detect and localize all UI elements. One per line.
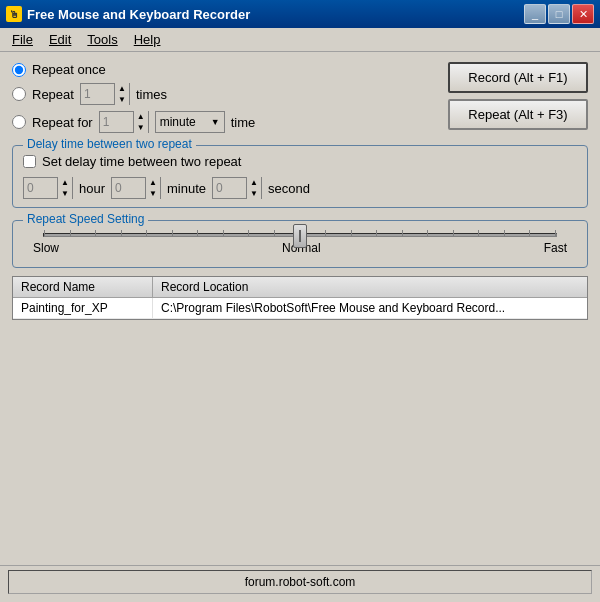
header-name: Record Name (13, 277, 153, 297)
second-arrows: ▲ ▼ (246, 177, 261, 199)
hour-spinbox: ▲ ▼ (23, 177, 73, 199)
second-down[interactable]: ▼ (247, 188, 261, 199)
times-label: times (136, 87, 167, 102)
menu-bar: File Edit Tools Help (0, 28, 600, 52)
repeat-times-radio[interactable] (12, 87, 26, 101)
window-title: Free Mouse and Keyboard Recorder (27, 7, 524, 22)
delay-checkbox-label: Set delay time between two repeat (42, 154, 241, 169)
repeat-times-down[interactable]: ▼ (115, 94, 129, 105)
repeat-times-up[interactable]: ▲ (115, 83, 129, 94)
repeat-for-radio[interactable] (12, 115, 26, 129)
menu-edit[interactable]: Edit (43, 30, 77, 49)
repeat-for-input[interactable] (100, 115, 133, 129)
delay-checkbox[interactable] (23, 155, 36, 168)
repeat-for-arrows: ▲ ▼ (133, 111, 148, 133)
buttons-panel: Record (Alt + F1) Repeat (Alt + F3) (448, 62, 588, 133)
menu-tools[interactable]: Tools (81, 30, 123, 49)
row-name: Painting_for_XP (13, 298, 153, 318)
hour-input[interactable] (24, 181, 57, 195)
time-row: ▲ ▼ hour ▲ ▼ minute (23, 177, 577, 199)
hour-arrows: ▲ ▼ (57, 177, 72, 199)
main-panel: Repeat once Repeat ▲ ▼ times (0, 52, 600, 330)
menu-help[interactable]: Help (128, 30, 167, 49)
repeat-times-input[interactable] (81, 87, 114, 101)
slider-section: Slow Normal Fast (23, 229, 577, 259)
hour-down[interactable]: ▼ (58, 188, 72, 199)
row-location: C:\Program Files\RobotSoft\Free Mouse an… (153, 298, 587, 318)
status-bar-text: forum.robot-soft.com (8, 570, 592, 594)
app-icon: 🖱 (6, 6, 22, 22)
delay-group-title: Delay time between two repeat (23, 137, 196, 151)
minute-down[interactable]: ▼ (146, 188, 160, 199)
repeat-for-row: Repeat for ▲ ▼ minute ▼ time (12, 111, 438, 133)
repeat-for-down[interactable]: ▼ (134, 122, 148, 133)
slow-label: Slow (33, 241, 59, 255)
top-section: Repeat once Repeat ▲ ▼ times (12, 62, 588, 133)
slider-thumb-line (299, 230, 301, 242)
minute-dropdown-text: minute (160, 115, 207, 129)
second-up[interactable]: ▲ (247, 177, 261, 188)
minute-label: minute (167, 181, 206, 196)
repeat-button[interactable]: Repeat (Alt + F3) (448, 99, 588, 130)
slider-thumb[interactable] (293, 224, 307, 248)
repeat-times-row: Repeat ▲ ▼ times (12, 83, 438, 105)
hour-up[interactable]: ▲ (58, 177, 72, 188)
minimize-button[interactable]: _ (524, 4, 546, 24)
title-bar: 🖱 Free Mouse and Keyboard Recorder _ □ ✕ (0, 0, 600, 28)
delay-group: Delay time between two repeat Set delay … (12, 145, 588, 208)
table-header: Record Name Record Location (13, 277, 587, 298)
slider-thumb-wrap (293, 224, 307, 248)
speed-group: Repeat Speed Setting (12, 220, 588, 268)
repeat-label: Repeat (32, 87, 74, 102)
time-label: time (231, 115, 256, 130)
delay-inner: Set delay time between two repeat ▲ ▼ ho… (23, 154, 577, 199)
slider-track-container (23, 233, 577, 237)
minute-input[interactable] (112, 181, 145, 195)
window-controls: _ □ ✕ (524, 4, 594, 24)
repeat-once-label: Repeat once (32, 62, 106, 77)
slider-track (43, 233, 557, 237)
menu-file[interactable]: File (6, 30, 39, 49)
record-button[interactable]: Record (Alt + F1) (448, 62, 588, 93)
status-bar: forum.robot-soft.com (0, 565, 600, 598)
close-button[interactable]: ✕ (572, 4, 594, 24)
repeat-for-up[interactable]: ▲ (134, 111, 148, 122)
hour-label: hour (79, 181, 105, 196)
minute-up[interactable]: ▲ (146, 177, 160, 188)
repeat-once-radio[interactable] (12, 63, 26, 77)
second-spinbox: ▲ ▼ (212, 177, 262, 199)
second-input[interactable] (213, 181, 246, 195)
minute-spinbox: ▲ ▼ (111, 177, 161, 199)
minute-dropdown[interactable]: minute ▼ (155, 111, 225, 133)
repeat-times-spinbox: ▲ ▼ (80, 83, 130, 105)
repeat-for-spinbox: ▲ ▼ (99, 111, 149, 133)
records-table: Record Name Record Location Painting_for… (12, 276, 588, 320)
repeat-times-arrows: ▲ ▼ (114, 83, 129, 105)
repeat-once-row: Repeat once (12, 62, 438, 77)
maximize-button[interactable]: □ (548, 4, 570, 24)
content-area: Repeat once Repeat ▲ ▼ times (0, 52, 600, 598)
second-label: second (268, 181, 310, 196)
header-location: Record Location (153, 277, 587, 297)
speed-group-title: Repeat Speed Setting (23, 212, 148, 226)
table-row[interactable]: Painting_for_XP C:\Program Files\RobotSo… (13, 298, 587, 319)
fast-label: Fast (544, 241, 567, 255)
chevron-down-icon: ▼ (211, 117, 220, 127)
delay-checkbox-row: Set delay time between two repeat (23, 154, 577, 169)
repeat-for-label: Repeat for (32, 115, 93, 130)
options-panel: Repeat once Repeat ▲ ▼ times (12, 62, 438, 133)
minute-arrows: ▲ ▼ (145, 177, 160, 199)
